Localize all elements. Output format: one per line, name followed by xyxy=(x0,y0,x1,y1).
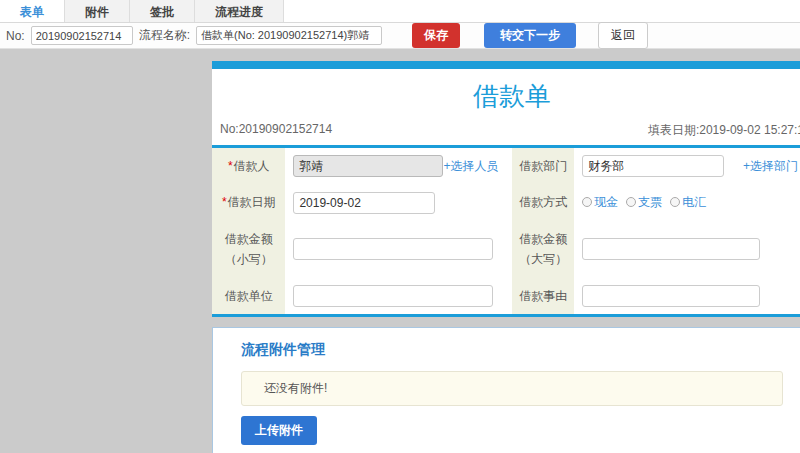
no-label: No: xyxy=(6,29,25,43)
amount-upper-input[interactable] xyxy=(582,238,760,260)
upload-attachment-button[interactable]: 上传附件 xyxy=(241,416,317,445)
tab-form[interactable]: 表单 xyxy=(0,0,65,22)
back-button[interactable]: 返回 xyxy=(598,22,648,49)
radio-icon xyxy=(582,197,592,207)
content-area: 借款单 No:20190902152714 填表日期:2019-09-02 15… xyxy=(0,49,800,453)
form-meta-row: No:20190902152714 填表日期:2019-09-02 15:27:… xyxy=(212,118,800,145)
table-row: *借款人 +选择人员 借款部门 +选择部门 xyxy=(212,148,800,184)
page-title: 借款单 xyxy=(212,69,800,118)
radio-wire[interactable]: 电汇 xyxy=(670,194,706,211)
loan-form-panel: 借款单 No:20190902152714 填表日期:2019-09-02 15… xyxy=(212,61,800,317)
select-department-link[interactable]: +选择部门 xyxy=(743,158,798,175)
loan-method-radios: 现金 支票 电汇 xyxy=(582,194,800,211)
process-name-label: 流程名称: xyxy=(139,27,190,44)
tab-progress[interactable]: 流程进度 xyxy=(195,0,284,22)
attachments-panel: 流程附件管理 还没有附件! 上传附件 xyxy=(212,327,800,453)
tab-approval[interactable]: 签批 xyxy=(130,0,195,22)
loan-date-input[interactable] xyxy=(293,192,435,214)
loan-date-label: *借款日期 xyxy=(212,184,285,220)
attachments-heading: 流程附件管理 xyxy=(241,341,783,359)
radio-icon xyxy=(626,197,636,207)
amount-upper-label: 借款金额（大写） xyxy=(512,221,574,278)
next-step-button[interactable]: 转交下一步 xyxy=(484,23,576,48)
loan-method-label: 借款方式 xyxy=(512,184,574,220)
table-row: *借款日期 借款方式 现金 支票 电汇 xyxy=(212,184,800,220)
radio-icon xyxy=(670,197,680,207)
table-row: 借款单位 借款事由 xyxy=(212,278,800,314)
form-no-text: No:20190902152714 xyxy=(220,122,332,139)
borrower-input[interactable] xyxy=(293,155,443,177)
department-label: 借款部门 xyxy=(512,148,574,184)
no-input[interactable] xyxy=(31,26,133,45)
radio-cheque[interactable]: 支票 xyxy=(626,194,662,211)
loan-reason-input[interactable] xyxy=(582,285,760,307)
panel-top-accent xyxy=(212,61,800,69)
toolbar: No: 流程名称: 保存 转交下一步 返回 xyxy=(0,23,800,49)
borrower-label: *借款人 xyxy=(212,148,285,184)
save-button[interactable]: 保存 xyxy=(412,23,460,48)
amount-lower-label: 借款金额（小写） xyxy=(212,221,285,278)
tab-bar: 表单 附件 签批 流程进度 xyxy=(0,0,800,23)
form-date-text: 填表日期:2019-09-02 15:27:1 xyxy=(648,122,800,139)
loan-unit-input[interactable] xyxy=(293,285,493,307)
select-person-link[interactable]: +选择人员 xyxy=(443,158,498,175)
loan-unit-label: 借款单位 xyxy=(212,278,285,314)
radio-cash[interactable]: 现金 xyxy=(582,194,618,211)
table-row: 借款金额（小写） 借款金额（大写） xyxy=(212,221,800,278)
tab-attachments[interactable]: 附件 xyxy=(65,0,130,22)
loan-reason-label: 借款事由 xyxy=(512,278,574,314)
amount-lower-input[interactable] xyxy=(293,238,493,260)
loan-form-table: *借款人 +选择人员 借款部门 +选择部门 xyxy=(212,148,800,314)
no-attachments-alert: 还没有附件! xyxy=(241,371,783,406)
process-name-input[interactable] xyxy=(196,26,382,45)
department-input[interactable] xyxy=(582,155,724,177)
